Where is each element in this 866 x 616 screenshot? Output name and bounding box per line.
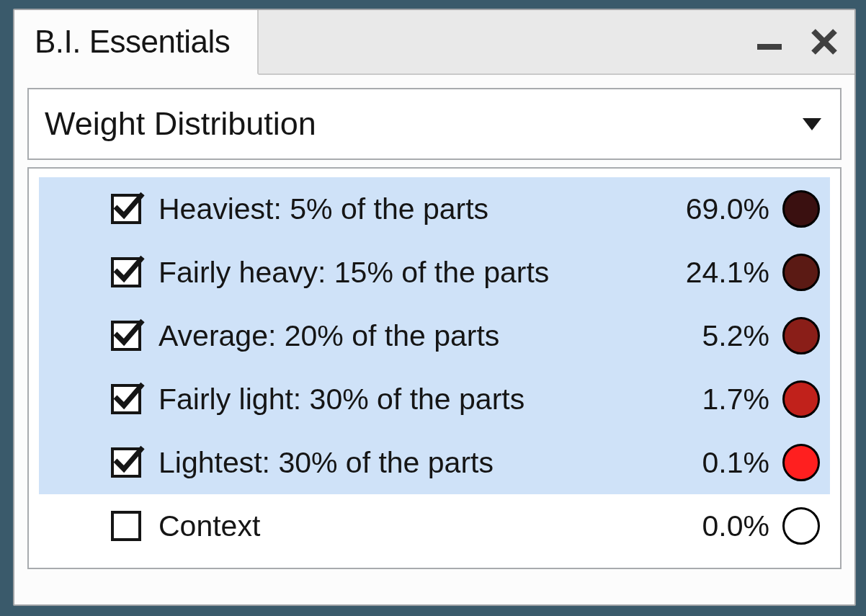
list-item-percent: 69.0% [676, 192, 769, 226]
checkbox[interactable] [111, 384, 141, 414]
panel-title: B.I. Essentials [35, 24, 230, 60]
checkbox[interactable] [111, 447, 141, 478]
list-item-percent: 0.0% [692, 509, 769, 543]
list-item[interactable]: Context 0.0% [39, 494, 830, 558]
checkbox[interactable] [111, 321, 141, 351]
list-item-label: Heaviest: 5% of the parts [159, 192, 488, 226]
list-item-percent: 0.1% [692, 446, 769, 480]
close-button[interactable] [807, 24, 842, 59]
list-item-label: Fairly heavy: 15% of the parts [159, 256, 549, 290]
checkbox[interactable] [111, 511, 141, 541]
checkbox[interactable] [111, 257, 141, 287]
color-swatch [782, 190, 820, 228]
color-swatch [782, 254, 820, 291]
list-item-percent: 24.1% [676, 256, 769, 290]
list-item[interactable]: Fairly heavy: 15% of the parts 24.1% [39, 241, 830, 304]
checkbox[interactable] [111, 194, 141, 224]
panel-tab[interactable]: B.I. Essentials [14, 10, 259, 75]
list-item-percent: 1.7% [692, 383, 769, 416]
dropdown-selected-label: Weight Distribution [45, 105, 316, 143]
list-item-label: Lightest: 30% of the parts [159, 446, 494, 480]
color-swatch [782, 380, 820, 418]
list-item[interactable]: Average: 20% of the parts 5.2% [39, 304, 830, 367]
distribution-list: Heaviest: 5% of the parts 69.0% Fairly h… [27, 167, 842, 569]
list-item[interactable]: Lightest: 30% of the parts 0.1% [39, 431, 830, 494]
color-swatch [782, 507, 820, 545]
minimize-button[interactable] [752, 24, 787, 59]
title-controls [752, 10, 842, 73]
chevron-down-icon [803, 118, 821, 130]
close-icon [808, 25, 841, 58]
color-swatch [782, 317, 820, 354]
bi-essentials-panel: B.I. Essentials Weight Distribution Heav… [13, 9, 856, 606]
list-item-label: Average: 20% of the parts [159, 319, 499, 353]
list-item[interactable]: Heaviest: 5% of the parts 69.0% [39, 177, 830, 241]
list-item-label: Fairly light: 30% of the parts [159, 383, 524, 416]
titlebar: B.I. Essentials [14, 10, 854, 75]
color-swatch [782, 444, 820, 481]
list-item-percent: 5.2% [692, 319, 769, 353]
list-item[interactable]: Fairly light: 30% of the parts 1.7% [39, 367, 830, 431]
list-item-label: Context [159, 509, 260, 543]
minimize-icon [753, 25, 786, 58]
panel-content: Weight Distribution Heaviest: 5% of the … [14, 75, 854, 604]
mode-dropdown[interactable]: Weight Distribution [27, 88, 842, 160]
